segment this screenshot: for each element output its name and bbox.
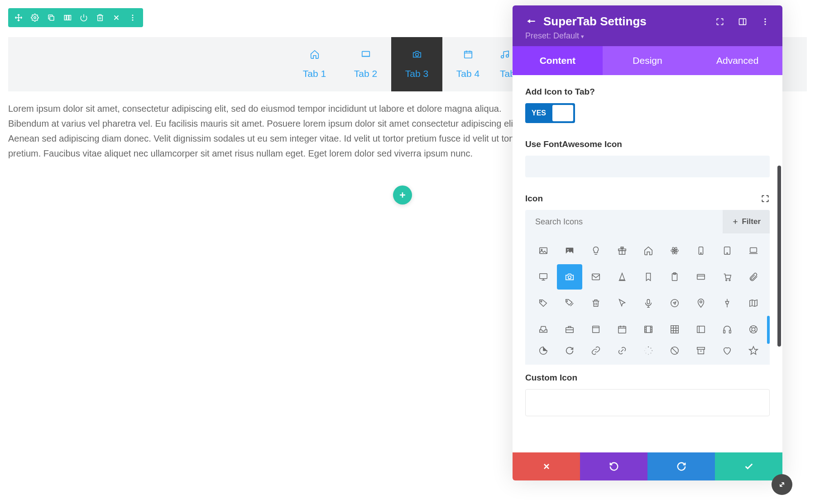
settings-button[interactable] — [27, 10, 43, 25]
icon-option-bulb[interactable] — [583, 238, 609, 263]
icon-option-headphones[interactable] — [714, 317, 740, 342]
expand-icon[interactable] — [715, 17, 724, 26]
svg-point-60 — [648, 354, 649, 355]
save-button[interactable] — [715, 452, 782, 480]
svg-point-11 — [501, 56, 504, 58]
icon-option-home[interactable] — [636, 238, 661, 263]
icon-option-tag[interactable] — [531, 290, 556, 316]
icon-option-card[interactable] — [688, 264, 714, 290]
svg-point-31 — [727, 253, 728, 254]
module-toolbar — [8, 8, 143, 27]
icon-option-grid[interactable] — [662, 317, 687, 342]
icon-option-picture[interactable] — [531, 238, 556, 263]
move-button[interactable] — [11, 10, 26, 25]
svg-rect-65 — [697, 347, 705, 350]
redo-button[interactable] — [647, 452, 715, 480]
icon-option-spinner[interactable] — [636, 343, 661, 359]
icon-grid-scroll-thumb[interactable] — [767, 316, 770, 344]
icon-option-bookmark[interactable] — [636, 264, 661, 290]
svg-point-40 — [729, 280, 730, 281]
icon-option-tablet[interactable] — [714, 238, 740, 263]
add-icon-toggle[interactable]: YES — [525, 103, 575, 123]
icon-option-window[interactable] — [583, 317, 609, 342]
icon-option-atom[interactable] — [662, 238, 687, 263]
icon-option-briefcase[interactable] — [557, 317, 582, 342]
panel-header: SuperTab Settings Preset: Default — [513, 5, 782, 46]
svg-rect-3 — [67, 15, 69, 20]
icon-option-heart[interactable] — [714, 343, 740, 359]
content-text: Lorem ipsum dolor sit amet, consectetur … — [8, 101, 524, 161]
icon-option-paperclip[interactable] — [741, 264, 766, 290]
icon-option-link[interactable] — [583, 343, 609, 359]
resize-handle[interactable] — [772, 474, 792, 495]
svg-point-17 — [764, 24, 766, 25]
svg-point-55 — [752, 328, 755, 331]
panel-tab-content[interactable]: Content — [513, 46, 603, 75]
svg-point-61 — [646, 353, 647, 354]
icon-option-inbox[interactable] — [531, 317, 556, 342]
icon-option-clipboard[interactable] — [662, 264, 687, 290]
icon-option-pushpin[interactable] — [714, 290, 740, 316]
icon-option-calendar[interactable] — [609, 317, 635, 342]
delete-button[interactable] — [92, 10, 108, 25]
tab-3[interactable]: Tab 3 — [391, 37, 442, 91]
preset-dropdown[interactable]: Preset: Default — [525, 31, 770, 41]
icon-option-gift[interactable] — [609, 238, 635, 263]
filter-button[interactable]: Filter — [723, 210, 770, 233]
icon-option-map[interactable] — [741, 290, 766, 316]
icon-option-ban[interactable] — [662, 343, 687, 359]
cancel-button[interactable] — [513, 452, 580, 480]
tab-2[interactable]: Tab 2 — [340, 37, 391, 91]
icon-option-refresh[interactable] — [557, 343, 582, 359]
icon-option-lifebuoy[interactable] — [741, 317, 766, 342]
icon-option-laptop[interactable] — [741, 238, 766, 263]
icon-option-monitor[interactable] — [531, 264, 556, 290]
icon-option-piechart[interactable] — [531, 343, 556, 359]
icon-option-camera[interactable] — [557, 264, 582, 290]
icon-option-trash[interactable] — [583, 290, 609, 316]
back-icon[interactable] — [525, 16, 537, 28]
icon-search-input[interactable] — [535, 217, 723, 227]
icon-option-cart[interactable] — [714, 264, 740, 290]
svg-point-44 — [671, 300, 679, 307]
svg-rect-2 — [64, 15, 66, 20]
tab-1[interactable]: Tab 1 — [289, 37, 340, 91]
icon-grid — [525, 233, 770, 365]
camera-icon — [412, 49, 422, 62]
svg-rect-33 — [540, 274, 547, 279]
custom-icon-label: Custom Icon — [525, 373, 770, 383]
icon-option-panel[interactable] — [688, 317, 714, 342]
add-module-button[interactable] — [393, 185, 412, 204]
panel-tab-design[interactable]: Design — [603, 46, 693, 75]
tab-4[interactable]: Tab 4 — [442, 37, 494, 91]
columns-button[interactable] — [60, 10, 75, 25]
custom-icon-upload[interactable] — [525, 389, 770, 416]
duplicate-button[interactable] — [43, 10, 59, 25]
icon-option-cursor[interactable] — [609, 290, 635, 316]
icon-option-compass[interactable] — [662, 290, 687, 316]
panel-tab-advanced[interactable]: Advanced — [692, 46, 782, 75]
more-button[interactable] — [125, 10, 140, 25]
scrollbar-thumb[interactable] — [777, 166, 781, 347]
fontawesome-input[interactable] — [525, 156, 770, 177]
svg-rect-13 — [739, 19, 746, 24]
icon-expand-icon[interactable] — [761, 194, 770, 203]
icon-option-pin[interactable] — [688, 290, 714, 316]
icon-option-mail[interactable] — [583, 264, 609, 290]
icon-option-star[interactable] — [741, 343, 766, 359]
icon-option-cone[interactable] — [609, 264, 635, 290]
icon-option-mic[interactable] — [636, 290, 661, 316]
icon-option-phone[interactable] — [688, 238, 714, 263]
undo-button[interactable] — [580, 452, 647, 480]
svg-rect-32 — [750, 248, 757, 252]
close-button[interactable] — [109, 10, 124, 25]
icon-option-link2[interactable] — [609, 343, 635, 359]
icon-option-picture-fill[interactable] — [557, 238, 582, 263]
icon-option-tags[interactable] — [557, 290, 582, 316]
svg-point-12 — [506, 55, 509, 57]
dock-icon[interactable] — [738, 17, 747, 26]
more-vertical-icon[interactable] — [761, 17, 770, 26]
power-button[interactable] — [76, 10, 91, 25]
icon-option-archive[interactable] — [688, 343, 714, 359]
icon-option-film[interactable] — [636, 317, 661, 342]
